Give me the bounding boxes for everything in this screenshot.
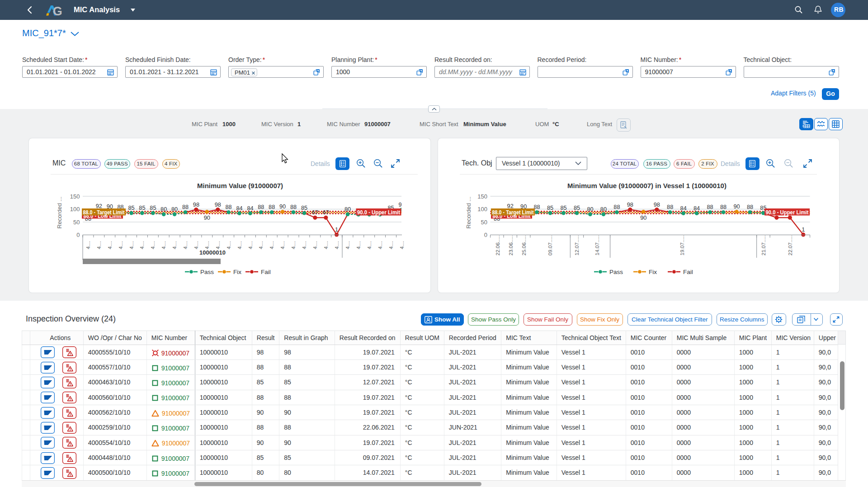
svg-text:80: 80 xyxy=(600,206,607,213)
svg-text:12.07.....: 12.07..... xyxy=(574,235,580,255)
svg-text:85: 85 xyxy=(547,204,553,211)
svg-text:85: 85 xyxy=(150,204,156,211)
svg-text:98: 98 xyxy=(627,201,633,208)
svg-text:90: 90 xyxy=(204,214,210,221)
svg-text:150: 150 xyxy=(477,193,487,200)
svg-text:4....: 4.... xyxy=(248,241,253,249)
svg-text:4....: 4.... xyxy=(312,241,318,249)
svg-text:84: 84 xyxy=(680,205,687,212)
svg-text:4....: 4.... xyxy=(150,241,156,249)
svg-text:4....: 4.... xyxy=(237,241,242,249)
svg-text:92: 92 xyxy=(507,203,514,209)
svg-text:4....: 4.... xyxy=(85,241,91,249)
svg-text:4....: 4.... xyxy=(226,241,231,249)
svg-text:4....: 4.... xyxy=(172,241,177,249)
svg-text:88.0 - Target Limit: 88.0 - Target Limit xyxy=(83,209,125,216)
svg-text:0: 0 xyxy=(484,232,487,238)
svg-text:4....: 4.... xyxy=(334,241,340,249)
svg-text:90: 90 xyxy=(733,203,740,210)
svg-text:4....: 4.... xyxy=(269,241,274,249)
svg-text:0: 0 xyxy=(76,232,80,238)
svg-text:84: 84 xyxy=(693,205,700,212)
svg-text:G: G xyxy=(53,5,62,18)
svg-text:4....: 4.... xyxy=(129,241,134,249)
svg-text:88: 88 xyxy=(290,203,297,210)
svg-text:4....: 4.... xyxy=(107,241,113,249)
svg-text:67: 67 xyxy=(312,209,318,216)
svg-text:1: 1 xyxy=(802,226,805,233)
svg-text:100: 100 xyxy=(477,206,487,213)
svg-text:88: 88 xyxy=(613,203,620,210)
svg-text:4....: 4.... xyxy=(291,241,296,249)
svg-text:4....: 4.... xyxy=(215,241,221,249)
svg-text:4....: 4.... xyxy=(377,241,383,249)
svg-text:4....: 4.... xyxy=(204,241,210,249)
svg-text:85: 85 xyxy=(560,204,566,211)
svg-text:Fail: Fail xyxy=(261,269,271,275)
svg-text:22.07.....: 22.07..... xyxy=(788,235,793,255)
svg-text:98: 98 xyxy=(654,201,660,208)
svg-text:4....: 4.... xyxy=(345,241,350,249)
svg-text:98: 98 xyxy=(398,201,405,208)
svg-text:Fix: Fix xyxy=(649,269,657,275)
svg-text:21.07.....: 21.07..... xyxy=(761,235,766,255)
svg-text:4....: 4.... xyxy=(193,241,199,249)
svg-text:88.0 - Target Limit: 88.0 - Target Limit xyxy=(492,209,534,216)
svg-text:90: 90 xyxy=(279,203,286,210)
svg-text:88: 88 xyxy=(225,203,231,210)
svg-text:19.07.....: 19.07..... xyxy=(679,235,685,255)
svg-text:80: 80 xyxy=(160,206,167,213)
svg-text:Fail: Fail xyxy=(683,269,693,275)
svg-text:100: 100 xyxy=(70,206,80,213)
svg-text:Fix: Fix xyxy=(233,269,241,275)
svg-text:4....: 4.... xyxy=(280,241,285,249)
svg-text:88: 88 xyxy=(707,203,713,210)
svg-text:98: 98 xyxy=(193,201,199,208)
svg-text:84: 84 xyxy=(236,205,242,212)
svg-text:85: 85 xyxy=(139,204,145,211)
svg-text:80: 80 xyxy=(587,206,593,213)
svg-text:88: 88 xyxy=(269,203,275,210)
svg-text:4....: 4.... xyxy=(356,241,361,249)
svg-text:25.06.....: 25.06..... xyxy=(521,235,527,255)
svg-text:98: 98 xyxy=(215,201,221,208)
svg-text:67: 67 xyxy=(323,209,329,216)
svg-text:85: 85 xyxy=(128,204,134,211)
svg-text:4....: 4.... xyxy=(399,241,405,249)
svg-text:84: 84 xyxy=(247,205,253,212)
svg-text:Pass: Pass xyxy=(200,269,214,275)
svg-text:4....: 4.... xyxy=(118,241,123,249)
svg-text:90: 90 xyxy=(640,214,646,221)
svg-text:14.07.....: 14.07..... xyxy=(594,235,600,255)
svg-text:80: 80 xyxy=(344,206,351,213)
svg-text:4....: 4.... xyxy=(258,241,264,249)
svg-text:4....: 4.... xyxy=(96,241,102,249)
svg-text:85: 85 xyxy=(574,204,580,211)
svg-text:4....: 4.... xyxy=(183,241,188,249)
svg-text:88: 88 xyxy=(182,203,189,210)
svg-text:88: 88 xyxy=(258,203,264,210)
svg-text:90.0 - Upper Limit: 90.0 - Upper Limit xyxy=(357,209,401,216)
svg-text:88: 88 xyxy=(667,203,673,210)
svg-text:50: 50 xyxy=(73,219,80,226)
svg-text:4....: 4.... xyxy=(367,241,372,249)
svg-text:09.07.....: 09.07..... xyxy=(547,235,553,255)
svg-text:50: 50 xyxy=(481,219,487,226)
svg-text:Recorded ...: Recorded ... xyxy=(465,197,472,229)
svg-text:92: 92 xyxy=(96,203,102,209)
svg-text:4....: 4.... xyxy=(302,241,307,249)
svg-text:88: 88 xyxy=(720,203,726,210)
svg-text:23.06.....: 23.06..... xyxy=(508,235,514,255)
svg-text:88: 88 xyxy=(747,203,753,210)
svg-text:Recorded ...: Recorded ... xyxy=(56,197,63,229)
svg-text:90.0 - Upper Limit: 90.0 - Upper Limit xyxy=(766,209,809,216)
svg-text:4....: 4.... xyxy=(139,241,145,249)
svg-text:4....: 4.... xyxy=(161,241,166,249)
svg-text:4....: 4.... xyxy=(388,241,394,249)
svg-text:150: 150 xyxy=(70,193,80,200)
svg-text:22.06.....: 22.06..... xyxy=(495,235,500,255)
svg-text:10000010: 10000010 xyxy=(199,249,226,256)
svg-text:85: 85 xyxy=(301,204,307,211)
svg-text:1: 1 xyxy=(335,226,338,233)
svg-text:4....: 4.... xyxy=(323,241,329,249)
